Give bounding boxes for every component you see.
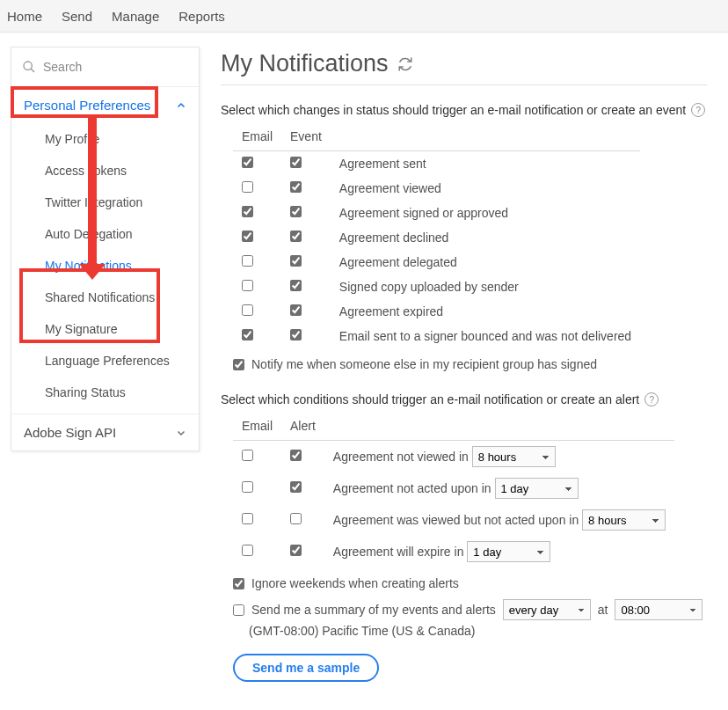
event-row: Agreement signed or approved <box>233 201 640 225</box>
col-alert: Alert <box>281 415 324 441</box>
nav-send[interactable]: Send <box>62 9 92 24</box>
alert-alert-checkbox[interactable] <box>290 450 302 461</box>
event-email-checkbox[interactable] <box>242 280 253 291</box>
alert-alert-checkbox[interactable] <box>290 513 302 524</box>
sidebar-item-access-tokens[interactable]: Access Tokens <box>11 155 199 187</box>
recipient-group-label: Notify me when someone else in my recipi… <box>251 357 597 371</box>
alerts-heading: Select which conditions should trigger a… <box>221 392 707 406</box>
summary-time-select[interactable]: 08:00 <box>615 599 703 620</box>
event-event-checkbox[interactable] <box>290 329 302 340</box>
event-email-checkbox[interactable] <box>242 231 253 242</box>
top-nav: Home Send Manage Reports <box>0 0 728 33</box>
event-email-checkbox[interactable] <box>242 304 253 316</box>
alert-label: Agreement will expire in 1 day <box>324 536 674 567</box>
alert-duration-select[interactable]: 1 day <box>467 541 550 562</box>
send-sample-button[interactable]: Send me a sample <box>233 654 379 682</box>
event-row: Agreement sent <box>233 151 640 177</box>
events-table: Email Event Agreement sentAgreement view… <box>233 126 640 348</box>
event-event-checkbox[interactable] <box>290 280 302 291</box>
nav-manage[interactable]: Manage <box>112 9 159 24</box>
col-email: Email <box>233 415 281 441</box>
event-email-checkbox[interactable] <box>242 255 253 267</box>
alert-duration-select[interactable]: 1 day <box>495 478 579 499</box>
event-label: Agreement signed or approved <box>331 201 640 225</box>
alert-row: Agreement not acted upon in 1 day <box>233 472 674 504</box>
summary-at: at <box>598 603 608 617</box>
event-row: Agreement expired <box>233 299 640 324</box>
alert-email-checkbox[interactable] <box>242 481 253 493</box>
alert-label: Agreement was viewed but not acted upon … <box>324 504 674 536</box>
event-event-checkbox[interactable] <box>290 206 302 217</box>
event-email-checkbox[interactable] <box>242 206 253 217</box>
nav-reports[interactable]: Reports <box>178 9 225 24</box>
event-row: Signed copy uploaded by sender <box>233 274 640 299</box>
event-row: Agreement declined <box>233 225 640 250</box>
event-label: Email sent to a signer bounced and was n… <box>331 324 640 348</box>
event-label: Agreement viewed <box>331 176 640 201</box>
recipient-group-row: Notify me when someone else in my recipi… <box>233 357 707 371</box>
sidebar-item-my-profile[interactable]: My Profile <box>11 123 199 155</box>
alert-email-checkbox[interactable] <box>242 545 253 556</box>
event-label: Agreement declined <box>331 225 640 250</box>
sidebar-item-shared-notifications[interactable]: Shared Notifications <box>11 282 199 313</box>
sidebar-section-personal-preferences[interactable]: Personal Preferences <box>11 87 199 123</box>
event-row: Email sent to a signer bounced and was n… <box>233 324 640 348</box>
refresh-icon[interactable] <box>397 56 413 72</box>
sidebar-item-language-preferences[interactable]: Language Preferences <box>11 345 199 377</box>
event-label: Signed copy uploaded by sender <box>331 274 640 299</box>
sidebar-item-sharing-status[interactable]: Sharing Status <box>11 377 199 408</box>
chevron-up-icon <box>176 100 186 111</box>
event-event-checkbox[interactable] <box>290 304 302 316</box>
event-email-checkbox[interactable] <box>242 157 253 168</box>
ignore-weekends-checkbox[interactable] <box>233 578 244 589</box>
alert-label: Agreement not acted upon in 1 day <box>324 472 674 504</box>
svg-line-1 <box>31 69 34 72</box>
page-title: My Notifications <box>221 50 707 77</box>
summary-row: Send me a summary of my events and alert… <box>233 599 707 620</box>
chevron-down-icon <box>176 428 186 438</box>
alert-email-checkbox[interactable] <box>242 450 253 461</box>
alert-alert-checkbox[interactable] <box>290 545 302 556</box>
timezone-label: (GMT-08:00) Pacific Time (US & Canada) <box>249 624 707 638</box>
alert-email-checkbox[interactable] <box>242 513 253 524</box>
help-icon[interactable]: ? <box>691 103 705 117</box>
svg-point-0 <box>24 62 32 70</box>
summary-checkbox[interactable] <box>233 604 244 616</box>
main-content: My Notifications Select which changes in… <box>200 33 728 710</box>
page-title-text: My Notifications <box>221 50 389 77</box>
event-event-checkbox[interactable] <box>290 255 302 267</box>
event-label: Agreement expired <box>331 299 640 324</box>
ignore-weekends-row: Ignore weekends when creating alerts <box>233 576 707 590</box>
search-icon <box>22 60 36 74</box>
sidebar: Search Personal Preferences My Profile A… <box>11 47 200 451</box>
sidebar-item-my-notifications[interactable]: My Notifications <box>11 250 199 282</box>
recipient-group-checkbox[interactable] <box>233 359 244 370</box>
alert-row: Agreement will expire in 1 day <box>233 536 674 567</box>
alert-row: Agreement was viewed but not acted upon … <box>233 504 674 536</box>
col-event: Event <box>281 126 331 151</box>
event-label: Agreement sent <box>331 151 640 177</box>
ignore-weekends-label: Ignore weekends when creating alerts <box>251 576 459 590</box>
sidebar-item-twitter-integration[interactable]: Twitter Integration <box>11 187 199 218</box>
section-label: Adobe Sign API <box>24 425 116 440</box>
sidebar-section-adobe-sign-api[interactable]: Adobe Sign API <box>11 414 199 450</box>
nav-home[interactable]: Home <box>7 9 42 24</box>
event-row: Agreement viewed <box>233 176 640 201</box>
search-box[interactable]: Search <box>11 48 199 87</box>
sidebar-item-auto-delegation[interactable]: Auto Delegation <box>11 218 199 250</box>
sidebar-item-my-signature[interactable]: My Signature <box>11 313 199 345</box>
event-email-checkbox[interactable] <box>242 329 253 340</box>
event-email-checkbox[interactable] <box>242 181 253 193</box>
event-event-checkbox[interactable] <box>290 231 302 242</box>
help-icon[interactable]: ? <box>644 392 659 406</box>
alert-duration-select[interactable]: 8 hours <box>582 509 666 531</box>
summary-frequency-select[interactable]: every day <box>503 599 591 620</box>
alerts-table: Email Alert Agreement not viewed in 8 ho… <box>233 415 674 567</box>
event-event-checkbox[interactable] <box>290 181 302 193</box>
summary-label: Send me a summary of my events and alert… <box>251 603 496 617</box>
event-event-checkbox[interactable] <box>290 157 302 168</box>
events-heading: Select which changes in status should tr… <box>221 103 707 117</box>
alert-duration-select[interactable]: 8 hours <box>472 446 556 467</box>
alert-alert-checkbox[interactable] <box>290 481 302 493</box>
event-label: Agreement delegated <box>331 250 640 274</box>
